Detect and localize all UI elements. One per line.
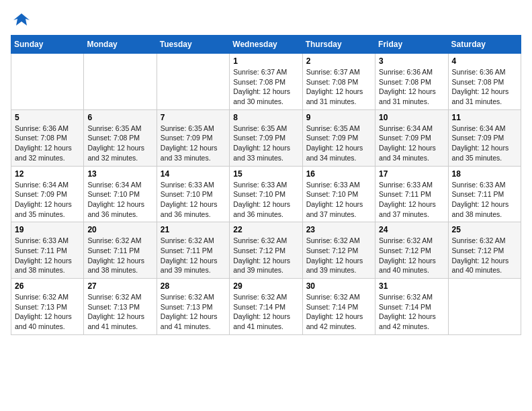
calendar-cell: 19Sunrise: 6:33 AMSunset: 7:11 PMDayligh… <box>11 222 84 279</box>
calendar-cell: 2Sunrise: 6:37 AMSunset: 7:08 PMDaylight… <box>302 54 375 110</box>
day-info: Sunrise: 6:32 AMSunset: 7:12 PMDaylight:… <box>379 236 444 275</box>
day-info: Sunrise: 6:33 AMSunset: 7:11 PMDaylight:… <box>452 180 517 220</box>
logo-bird-icon <box>12 11 31 30</box>
day-number: 15 <box>233 169 298 179</box>
day-number: 25 <box>452 225 517 234</box>
day-info: Sunrise: 6:36 AMSunset: 7:08 PMDaylight:… <box>452 67 517 107</box>
day-header-monday: Monday <box>84 36 157 54</box>
day-number: 31 <box>379 281 444 291</box>
calendar-cell: 10Sunrise: 6:34 AMSunset: 7:09 PMDayligh… <box>375 109 448 166</box>
day-number: 3 <box>379 56 444 66</box>
day-number: 9 <box>306 113 371 122</box>
day-number: 28 <box>161 281 226 291</box>
day-info: Sunrise: 6:34 AMSunset: 7:10 PMDaylight:… <box>87 180 152 220</box>
day-info: Sunrise: 6:32 AMSunset: 7:13 PMDaylight:… <box>87 292 152 332</box>
day-number: 6 <box>87 113 152 122</box>
day-header-wednesday: Wednesday <box>230 36 302 54</box>
day-info: Sunrise: 6:32 AMSunset: 7:14 PMDaylight:… <box>233 292 298 332</box>
day-info: Sunrise: 6:34 AMSunset: 7:09 PMDaylight:… <box>452 124 517 163</box>
calendar-cell: 15Sunrise: 6:33 AMSunset: 7:10 PMDayligh… <box>230 166 302 222</box>
day-info: Sunrise: 6:36 AMSunset: 7:08 PMDaylight:… <box>15 124 80 163</box>
day-number: 10 <box>379 113 444 122</box>
day-number: 12 <box>15 169 80 179</box>
day-info: Sunrise: 6:32 AMSunset: 7:12 PMDaylight:… <box>306 236 371 275</box>
day-info: Sunrise: 6:33 AMSunset: 7:10 PMDaylight:… <box>233 180 298 220</box>
calendar-cell <box>84 54 157 110</box>
day-info: Sunrise: 6:32 AMSunset: 7:12 PMDaylight:… <box>233 236 298 275</box>
day-info: Sunrise: 6:32 AMSunset: 7:13 PMDaylight:… <box>15 292 80 332</box>
day-info: Sunrise: 6:32 AMSunset: 7:11 PMDaylight:… <box>87 236 152 275</box>
calendar-cell: 25Sunrise: 6:32 AMSunset: 7:12 PMDayligh… <box>448 222 521 279</box>
day-header-tuesday: Tuesday <box>157 36 229 54</box>
day-info: Sunrise: 6:35 AMSunset: 7:09 PMDaylight:… <box>233 124 298 163</box>
day-info: Sunrise: 6:32 AMSunset: 7:13 PMDaylight:… <box>161 292 226 332</box>
day-number: 5 <box>15 113 80 122</box>
calendar-cell: 26Sunrise: 6:32 AMSunset: 7:13 PMDayligh… <box>11 279 84 335</box>
calendar-cell: 5Sunrise: 6:36 AMSunset: 7:08 PMDaylight… <box>11 109 84 166</box>
day-info: Sunrise: 6:35 AMSunset: 7:09 PMDaylight:… <box>161 124 226 163</box>
day-info: Sunrise: 6:33 AMSunset: 7:10 PMDaylight:… <box>161 180 226 220</box>
day-number: 30 <box>306 281 371 291</box>
day-number: 7 <box>161 113 226 122</box>
calendar-cell: 6Sunrise: 6:35 AMSunset: 7:08 PMDaylight… <box>84 109 157 166</box>
calendar-cell: 4Sunrise: 6:36 AMSunset: 7:08 PMDaylight… <box>448 54 521 110</box>
day-number: 20 <box>87 225 152 234</box>
svg-marker-0 <box>13 13 30 26</box>
calendar-cell: 14Sunrise: 6:33 AMSunset: 7:10 PMDayligh… <box>157 166 229 222</box>
calendar-cell: 30Sunrise: 6:32 AMSunset: 7:14 PMDayligh… <box>302 279 375 335</box>
day-number: 4 <box>452 56 517 66</box>
day-number: 21 <box>161 225 226 234</box>
day-info: Sunrise: 6:32 AMSunset: 7:12 PMDaylight:… <box>452 236 517 275</box>
calendar-cell: 22Sunrise: 6:32 AMSunset: 7:12 PMDayligh… <box>230 222 302 279</box>
day-number: 2 <box>306 56 371 66</box>
calendar-cell: 17Sunrise: 6:33 AMSunset: 7:11 PMDayligh… <box>375 166 448 222</box>
page-header <box>11 11 521 27</box>
day-number: 18 <box>452 169 517 179</box>
day-info: Sunrise: 6:34 AMSunset: 7:09 PMDaylight:… <box>379 124 444 163</box>
calendar-cell: 16Sunrise: 6:33 AMSunset: 7:10 PMDayligh… <box>302 166 375 222</box>
calendar-cell: 3Sunrise: 6:36 AMSunset: 7:08 PMDaylight… <box>375 54 448 110</box>
calendar-cell: 11Sunrise: 6:34 AMSunset: 7:09 PMDayligh… <box>448 109 521 166</box>
day-number: 19 <box>15 225 80 234</box>
day-info: Sunrise: 6:32 AMSunset: 7:14 PMDaylight:… <box>379 292 444 332</box>
day-header-sunday: Sunday <box>11 36 84 54</box>
day-number: 14 <box>161 169 226 179</box>
day-number: 1 <box>233 56 298 66</box>
day-info: Sunrise: 6:35 AMSunset: 7:08 PMDaylight:… <box>87 124 152 163</box>
day-info: Sunrise: 6:36 AMSunset: 7:08 PMDaylight:… <box>379 67 444 107</box>
day-number: 22 <box>233 225 298 234</box>
calendar-cell <box>11 54 84 110</box>
day-header-friday: Friday <box>375 36 448 54</box>
day-header-thursday: Thursday <box>302 36 375 54</box>
day-number: 27 <box>87 281 152 291</box>
calendar-cell: 13Sunrise: 6:34 AMSunset: 7:10 PMDayligh… <box>84 166 157 222</box>
day-info: Sunrise: 6:32 AMSunset: 7:11 PMDaylight:… <box>161 236 226 275</box>
day-info: Sunrise: 6:32 AMSunset: 7:14 PMDaylight:… <box>306 292 371 332</box>
day-number: 8 <box>233 113 298 122</box>
calendar-cell: 12Sunrise: 6:34 AMSunset: 7:09 PMDayligh… <box>11 166 84 222</box>
day-info: Sunrise: 6:33 AMSunset: 7:11 PMDaylight:… <box>15 236 80 275</box>
calendar-cell: 31Sunrise: 6:32 AMSunset: 7:14 PMDayligh… <box>375 279 448 335</box>
day-number: 16 <box>306 169 371 179</box>
calendar-cell: 21Sunrise: 6:32 AMSunset: 7:11 PMDayligh… <box>157 222 229 279</box>
calendar-cell: 29Sunrise: 6:32 AMSunset: 7:14 PMDayligh… <box>230 279 302 335</box>
calendar-cell: 18Sunrise: 6:33 AMSunset: 7:11 PMDayligh… <box>448 166 521 222</box>
logo <box>11 11 31 27</box>
calendar-cell: 8Sunrise: 6:35 AMSunset: 7:09 PMDaylight… <box>230 109 302 166</box>
day-info: Sunrise: 6:33 AMSunset: 7:10 PMDaylight:… <box>306 180 371 220</box>
day-number: 26 <box>15 281 80 291</box>
day-header-saturday: Saturday <box>448 36 521 54</box>
calendar-cell: 23Sunrise: 6:32 AMSunset: 7:12 PMDayligh… <box>302 222 375 279</box>
calendar-cell: 28Sunrise: 6:32 AMSunset: 7:13 PMDayligh… <box>157 279 229 335</box>
day-number: 17 <box>379 169 444 179</box>
calendar-cell: 9Sunrise: 6:35 AMSunset: 7:09 PMDaylight… <box>302 109 375 166</box>
day-number: 13 <box>87 169 152 179</box>
calendar-cell: 7Sunrise: 6:35 AMSunset: 7:09 PMDaylight… <box>157 109 229 166</box>
day-number: 24 <box>379 225 444 234</box>
day-info: Sunrise: 6:33 AMSunset: 7:11 PMDaylight:… <box>379 180 444 220</box>
calendar-cell <box>448 279 521 335</box>
calendar-cell: 20Sunrise: 6:32 AMSunset: 7:11 PMDayligh… <box>84 222 157 279</box>
calendar-cell: 1Sunrise: 6:37 AMSunset: 7:08 PMDaylight… <box>230 54 302 110</box>
calendar-cell: 27Sunrise: 6:32 AMSunset: 7:13 PMDayligh… <box>84 279 157 335</box>
day-number: 23 <box>306 225 371 234</box>
